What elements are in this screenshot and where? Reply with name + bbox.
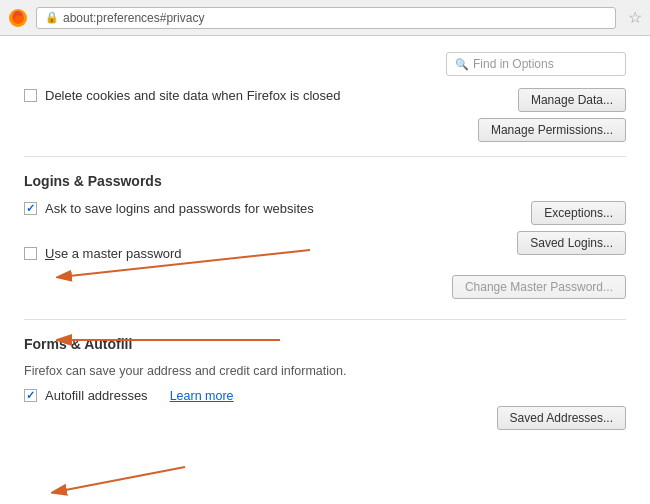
- address-text: about:preferences#privacy: [63, 11, 204, 25]
- page-content: 🔍 Find in Options Delete cookies and sit…: [0, 36, 650, 446]
- autofill-checkbox[interactable]: ✓: [24, 389, 37, 402]
- master-password-row: Use a master password: [24, 246, 452, 261]
- browser-chrome: 🔒 about:preferences#privacy ☆: [0, 0, 650, 36]
- firefox-logo-icon: [8, 8, 28, 28]
- master-password-label: Use a master password: [45, 246, 182, 261]
- search-icon: 🔍: [455, 58, 469, 71]
- saved-logins-button[interactable]: Saved Logins...: [517, 231, 626, 255]
- delete-cookies-row: Delete cookies and site data when Firefo…: [24, 88, 466, 103]
- learn-more-link[interactable]: Learn more: [170, 389, 234, 403]
- cookies-left: Delete cookies and site data when Firefo…: [24, 88, 466, 119]
- svg-line-4: [55, 467, 185, 492]
- logins-right: Exceptions... Saved Logins... Change Mas…: [452, 201, 626, 299]
- autofill-row: ✓ Autofill addresses Learn more: [24, 388, 466, 403]
- lock-icon: 🔒: [45, 11, 59, 24]
- manage-permissions-button[interactable]: Manage Permissions...: [478, 118, 626, 142]
- logins-section-title: Logins & Passwords: [24, 173, 626, 189]
- cookies-section: Delete cookies and site data when Firefo…: [24, 88, 626, 142]
- save-logins-checkmark: ✓: [26, 202, 35, 215]
- autofill-checkmark: ✓: [26, 389, 35, 402]
- logins-left: ✓ Ask to save logins and passwords for w…: [24, 201, 452, 277]
- search-placeholder: Find in Options: [473, 57, 554, 71]
- forms-section-title: Forms & Autofill: [24, 336, 626, 352]
- save-logins-checkbox[interactable]: ✓: [24, 202, 37, 215]
- delete-cookies-checkbox[interactable]: [24, 89, 37, 102]
- delete-cookies-label: Delete cookies and site data when Firefo…: [45, 88, 341, 103]
- logins-section: Logins & Passwords ✓ Ask to save logins …: [24, 173, 626, 299]
- saved-addresses-button[interactable]: Saved Addresses...: [497, 406, 626, 430]
- save-logins-label: Ask to save logins and passwords for web…: [45, 201, 314, 216]
- master-password-checkbox[interactable]: [24, 247, 37, 260]
- cookies-right: Manage Data... Manage Permissions...: [466, 88, 626, 142]
- logins-content: ✓ Ask to save logins and passwords for w…: [24, 201, 626, 299]
- section-divider-2: [24, 319, 626, 320]
- forms-description: Firefox can save your address and credit…: [24, 364, 466, 378]
- save-logins-row: ✓ Ask to save logins and passwords for w…: [24, 201, 452, 216]
- address-bar[interactable]: 🔒 about:preferences#privacy: [36, 7, 616, 29]
- forms-section: Forms & Autofill Firefox can save your a…: [24, 336, 626, 430]
- search-row: 🔍 Find in Options: [24, 52, 626, 76]
- manage-data-button[interactable]: Manage Data...: [518, 88, 626, 112]
- find-in-options-input[interactable]: 🔍 Find in Options: [446, 52, 626, 76]
- exceptions-button[interactable]: Exceptions...: [531, 201, 626, 225]
- change-master-password-button[interactable]: Change Master Password...: [452, 275, 626, 299]
- forms-content: Firefox can save your address and credit…: [24, 364, 626, 430]
- forms-right: Saved Addresses...: [466, 364, 626, 430]
- bookmark-star-icon[interactable]: ☆: [628, 8, 642, 27]
- forms-left: Firefox can save your address and credit…: [24, 364, 466, 419]
- autofill-label: Autofill addresses: [45, 388, 148, 403]
- section-divider-1: [24, 156, 626, 157]
